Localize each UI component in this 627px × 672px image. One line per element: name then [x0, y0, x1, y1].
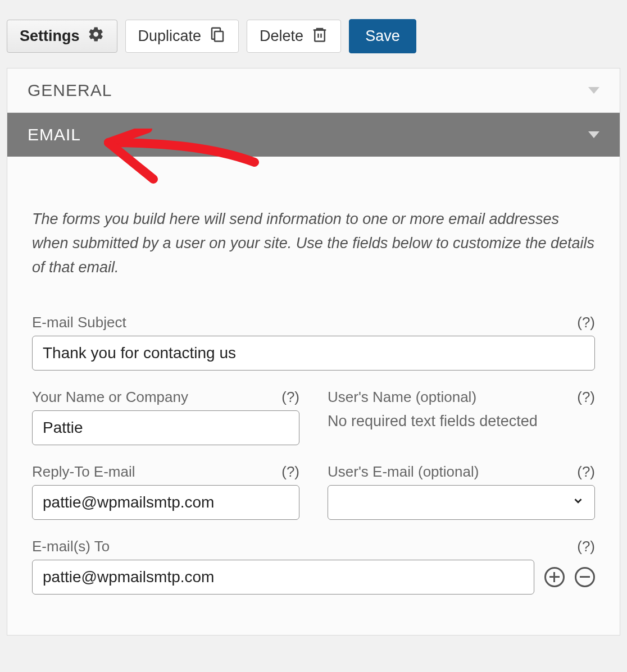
duplicate-button[interactable]: Duplicate: [125, 20, 239, 53]
section-header-email[interactable]: EMAIL: [7, 113, 620, 157]
add-recipient-button[interactable]: [544, 567, 565, 587]
field-group-subject: E-mail Subject (?): [32, 314, 595, 371]
user-name-empty-message: No required text fields detected: [328, 410, 595, 430]
save-button-label: Save: [365, 28, 400, 45]
save-button[interactable]: Save: [349, 19, 416, 53]
delete-button[interactable]: Delete: [247, 20, 341, 53]
section-body-email: The forms you build here will send infor…: [7, 157, 620, 635]
input-emails-to[interactable]: [32, 560, 534, 595]
field-group-user-email: User's E-mail (optional) (?): [328, 463, 595, 520]
help-icon[interactable]: (?): [281, 388, 299, 406]
label-reply-to: Reply-To E-mail: [32, 463, 135, 481]
trash-icon: [311, 26, 328, 47]
select-user-email[interactable]: [328, 485, 595, 520]
chevron-down-icon: [588, 87, 599, 94]
input-reply-to[interactable]: [32, 485, 299, 520]
duplicate-button-label: Duplicate: [138, 28, 202, 45]
settings-panel: GENERAL EMAIL The forms you build here w…: [7, 68, 620, 636]
input-your-name[interactable]: [32, 410, 299, 445]
help-icon[interactable]: (?): [577, 314, 595, 331]
label-user-name: User's Name (optional): [328, 388, 476, 406]
section-title-email: EMAIL: [28, 125, 81, 144]
section-header-general[interactable]: GENERAL: [7, 68, 620, 113]
chevron-down-icon: [572, 495, 584, 510]
section-title-general: GENERAL: [28, 81, 112, 100]
field-group-your-name: Your Name or Company (?): [32, 388, 299, 445]
svg-rect-1: [315, 30, 325, 42]
remove-recipient-button[interactable]: [575, 567, 595, 587]
section-intro-text: The forms you build here will send infor…: [32, 207, 595, 280]
field-group-reply-to: Reply-To E-mail (?): [32, 463, 299, 520]
delete-button-label: Delete: [260, 28, 303, 45]
help-icon[interactable]: (?): [577, 538, 595, 555]
settings-button-label: Settings: [20, 28, 80, 45]
help-icon[interactable]: (?): [281, 463, 299, 481]
label-your-name: Your Name or Company: [32, 388, 188, 406]
input-email-subject[interactable]: [32, 336, 595, 371]
gear-icon: [88, 26, 104, 47]
field-group-emails-to: E-mail(s) To (?): [32, 538, 595, 595]
minus-icon: [580, 576, 590, 578]
label-user-email: User's E-mail (optional): [328, 463, 479, 481]
field-group-user-name: User's Name (optional) (?) No required t…: [328, 388, 595, 445]
chevron-down-icon: [588, 131, 599, 138]
settings-button[interactable]: Settings: [7, 20, 117, 53]
help-icon[interactable]: (?): [577, 463, 595, 481]
label-emails-to: E-mail(s) To: [32, 538, 110, 555]
copy-icon: [209, 26, 226, 47]
svg-rect-0: [215, 31, 223, 42]
help-icon[interactable]: (?): [577, 388, 595, 406]
toolbar: Settings Duplicate Delete Save: [7, 7, 620, 68]
label-email-subject: E-mail Subject: [32, 314, 126, 331]
plus-icon: [549, 572, 560, 582]
